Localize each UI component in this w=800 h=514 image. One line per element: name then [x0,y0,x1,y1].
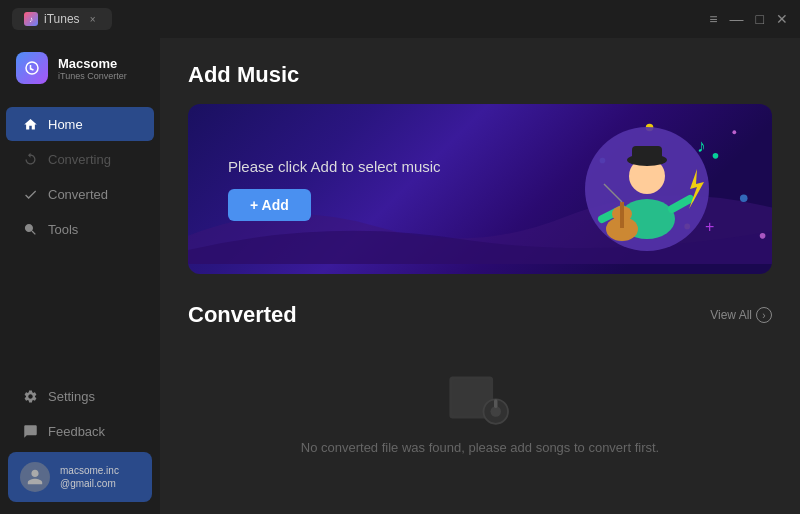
banner-text: Please click Add to select music [228,158,441,175]
settings-icon [22,388,38,404]
empty-message: No converted file was found, please add … [301,440,659,455]
add-music-title: Add Music [188,62,772,88]
sidebar-logo: Macsome iTunes Converter [0,38,160,98]
svg-rect-17 [620,202,624,228]
logo-svg [23,59,41,77]
converted-title: Converted [188,302,297,328]
settings-label: Settings [48,389,95,404]
home-label: Home [48,117,83,132]
app-layout: Macsome iTunes Converter Home [0,38,800,514]
converted-label: Converted [48,187,108,202]
minimize-btn[interactable]: — [730,12,744,26]
view-all-icon: › [756,307,772,323]
svg-rect-26 [494,399,498,408]
itunes-icon: ♪ [24,12,38,26]
sidebar-nav: Home Converting Converted [0,98,160,370]
sidebar-item-tools[interactable]: Tools [6,212,154,246]
feedback-icon [22,423,38,439]
avatar-icon [26,468,44,486]
sidebar-item-settings[interactable]: Settings [6,379,154,413]
banner-content: Please click Add to select music + Add [188,158,441,221]
view-all-label: View All [710,308,752,322]
user-email-line1: macsome.inc [60,464,119,477]
converting-label: Converting [48,152,111,167]
app-subtitle: iTunes Converter [58,71,127,81]
menu-icon[interactable]: ≡ [709,12,717,26]
music-illustration: ♪ + [542,114,742,264]
converted-section-header: Converted View All › [188,302,772,328]
sidebar-item-converting: Converting [6,142,154,176]
feedback-label: Feedback [48,424,105,439]
sidebar-item-converted[interactable]: Converted [6,177,154,211]
tools-label: Tools [48,222,78,237]
titlebar: ♪ iTunes × ≡ — □ ✕ [0,0,800,38]
sidebar-item-home[interactable]: Home [6,107,154,141]
svg-point-6 [760,233,766,239]
app-logo-icon [16,52,48,84]
titlebar-left: ♪ iTunes × [12,8,112,30]
home-icon [22,116,38,132]
add-music-banner: ↻ Please click Add to select music + Add [188,104,772,274]
user-email-line2: @gmail.com [60,477,119,490]
add-music-button[interactable]: + Add [228,189,311,221]
sidebar: Macsome iTunes Converter Home [0,38,160,514]
itunes-tab[interactable]: ♪ iTunes × [12,8,112,30]
app-name: Macsome [58,56,127,71]
maximize-btn[interactable]: □ [756,12,764,26]
tab-close-btn[interactable]: × [86,12,100,26]
svg-text:+: + [705,218,714,235]
sidebar-item-feedback[interactable]: Feedback [6,414,154,448]
avatar [20,462,50,492]
converted-icon [22,186,38,202]
empty-state: No converted file was found, please add … [188,348,772,465]
logo-text: Macsome iTunes Converter [58,56,127,81]
close-btn[interactable]: ✕ [776,12,788,26]
user-info: macsome.inc @gmail.com [60,464,119,490]
svg-text:♪: ♪ [697,136,706,156]
titlebar-controls: ≡ — □ ✕ [709,12,788,26]
main-content: Add Music ↻ Please click Add to select m… [160,38,800,514]
svg-rect-14 [632,146,662,162]
converting-icon [22,151,38,167]
empty-file-icon [445,368,515,428]
user-card[interactable]: macsome.inc @gmail.com [8,452,152,502]
view-all-btn[interactable]: View All › [710,307,772,323]
itunes-tab-label: iTunes [44,12,80,26]
tools-icon [22,221,38,237]
sidebar-bottom: Settings Feedback macsom [0,370,160,514]
